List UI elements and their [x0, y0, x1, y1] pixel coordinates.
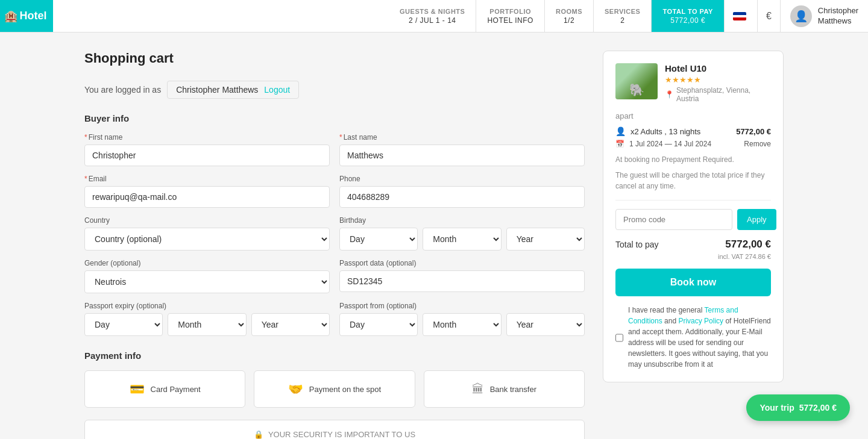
- birthday-group: Birthday Day Month Year: [339, 216, 585, 251]
- promo-row: Apply: [615, 209, 771, 230]
- page-title: Shopping cart: [84, 51, 585, 66]
- card-payment-label: Card Payment: [151, 385, 201, 394]
- your-trip-label: Your trip: [760, 403, 794, 413]
- email-group: *Email: [84, 175, 330, 208]
- left-panel: Shopping cart You are logged in as Chris…: [84, 51, 585, 439]
- nav-total-to-pay[interactable]: TOTAL TO PAY 5772,00 €: [652, 0, 724, 32]
- passport-data-label: Passport data (optional): [339, 259, 585, 267]
- dates-row: 📅 1 Jul 2024 — 14 Jul 2024 Remove: [615, 140, 771, 148]
- passport-expiry-day-select[interactable]: Day: [84, 313, 163, 336]
- nav-portfolio[interactable]: PORTFOLIO Hotel Info: [476, 0, 545, 32]
- phone-label: Phone: [339, 175, 585, 183]
- payment-option-spot[interactable]: 🤝 Payment on the spot: [254, 370, 415, 408]
- room-type: apart: [615, 111, 771, 120]
- book-now-button[interactable]: Book now: [615, 269, 771, 296]
- hotel-info: Hotel U10 ★★★★★ 📍 Stephansplatz, Vienna,…: [665, 63, 771, 103]
- hotel-location: 📍 Stephansplatz, Vienna, Austria: [665, 86, 771, 103]
- birthday-month-select[interactable]: Month: [423, 228, 501, 251]
- location-pin-icon: 📍: [665, 90, 674, 99]
- last-name-group: *Last name: [339, 133, 585, 166]
- passport-data-input[interactable]: [339, 270, 585, 292]
- birthday-row: Day Month Year: [339, 228, 585, 251]
- privacy-policy-link[interactable]: Privacy Policy: [678, 317, 723, 325]
- country-label: Country: [84, 216, 330, 225]
- apply-button[interactable]: Apply: [737, 209, 776, 230]
- logo[interactable]: 🏨 Hotel: [0, 0, 53, 32]
- right-panel: 🐘 Hotel U10 ★★★★★ 📍 Stephansplatz, Vienn…: [603, 51, 784, 382]
- terms-checkbox[interactable]: [615, 306, 623, 370]
- passport-from-group: Passport from (optional) Day Month Year: [339, 302, 585, 336]
- passport-from-day-select[interactable]: Day: [339, 313, 418, 336]
- passport-expiry-label: Passport expiry (optional): [84, 302, 330, 310]
- logout-link[interactable]: Logout: [264, 85, 290, 95]
- booking-card: 🐘 Hotel U10 ★★★★★ 📍 Stephansplatz, Vienn…: [603, 51, 784, 382]
- card-payment-icon: 💳: [130, 382, 145, 396]
- email-input[interactable]: [84, 186, 330, 208]
- passport-data-group: Passport data (optional): [339, 259, 585, 293]
- total-amount: 5772,00 €: [725, 238, 771, 251]
- passport-dates-row: Passport expiry (optional) Day Month Yea…: [84, 302, 585, 336]
- name-row: *First name *Last name: [84, 133, 585, 166]
- passport-from-month-select[interactable]: Month: [423, 313, 501, 336]
- payment-section: Payment info 💳 Card Payment 🤝 Payment on…: [84, 350, 585, 408]
- last-name-input[interactable]: [339, 145, 585, 166]
- your-trip-amount: 5772,00 €: [799, 403, 837, 413]
- nav-guests-nights[interactable]: GUESTS & NIGHTS 2 / Jul 1 - 14: [389, 0, 476, 32]
- passport-expiry-group: Passport expiry (optional) Day Month Yea…: [84, 302, 330, 336]
- gender-group: Gender (optional) Neutrois: [84, 259, 330, 293]
- passport-expiry-year-select[interactable]: Year: [251, 313, 330, 336]
- nav-rooms[interactable]: ROOMS 1/2: [545, 0, 594, 32]
- total-label: Total to pay: [615, 240, 659, 249]
- country-select[interactable]: Country (optional): [84, 228, 330, 251]
- guests-icon: 👤: [615, 126, 626, 136]
- total-row: Total to pay 5772,00 €: [615, 238, 771, 251]
- country-birthday-row: Country Country (optional) Birthday Day …: [84, 216, 585, 251]
- terms-text: I have read the general Terms and Condit…: [628, 305, 771, 370]
- calendar-icon: 📅: [615, 140, 624, 148]
- passport-expiry-month-select[interactable]: Month: [168, 313, 246, 336]
- payment-option-bank[interactable]: 🏛 Bank transfer: [424, 370, 585, 408]
- buyer-info-title: Buyer info: [84, 113, 585, 123]
- phone-input[interactable]: [339, 186, 585, 208]
- remove-link[interactable]: Remove: [744, 140, 771, 148]
- first-name-input[interactable]: [84, 145, 330, 166]
- currency-selector[interactable]: €: [758, 0, 781, 32]
- gender-label: Gender (optional): [84, 259, 330, 267]
- email-phone-row: *Email Phone: [84, 175, 585, 208]
- nav-services[interactable]: SERVICES 2: [594, 0, 652, 32]
- main-content: Shopping cart You are logged in as Chris…: [72, 33, 796, 439]
- policy2: The guest will be charged the total pric…: [615, 170, 771, 191]
- gender-passport-row: Gender (optional) Neutrois Passport data…: [84, 259, 585, 293]
- bank-payment-label: Bank transfer: [490, 385, 536, 394]
- flag-icon: [733, 12, 746, 20]
- logged-in-bar: You are logged in as Christopher Matthew…: [84, 81, 585, 99]
- policy1: At booking no Prepayment Required.: [615, 154, 771, 165]
- birthday-label: Birthday: [339, 216, 585, 225]
- vat-text: incl. VAT 274.86 €: [615, 253, 771, 260]
- passport-expiry-selects: Day Month Year: [84, 313, 330, 336]
- first-name-group: *First name: [84, 133, 330, 166]
- your-trip-button[interactable]: Your trip 5772,00 €: [746, 394, 850, 421]
- hotel-header: 🐘 Hotel U10 ★★★★★ 📍 Stephansplatz, Vienn…: [615, 63, 771, 103]
- hotel-image: 🐘: [629, 83, 644, 97]
- promo-code-input[interactable]: [615, 209, 732, 230]
- birthday-day-select[interactable]: Day: [339, 228, 418, 251]
- passport-from-label: Passport from (optional): [339, 302, 585, 310]
- payment-options: 💳 Card Payment 🤝 Payment on the spot 🏛 B…: [84, 370, 585, 408]
- email-label: *Email: [84, 175, 330, 183]
- birthday-year-select[interactable]: Year: [506, 228, 585, 251]
- security-icon: 🔒: [254, 430, 263, 439]
- payment-info-title: Payment info: [84, 350, 585, 361]
- logged-in-box: Christopher Matthews Logout: [167, 81, 299, 99]
- avatar: 👤: [790, 5, 812, 27]
- passport-from-year-select[interactable]: Year: [506, 313, 585, 336]
- payment-option-card[interactable]: 💳 Card Payment: [84, 370, 245, 408]
- user-menu[interactable]: 👤 Christopher Matthews: [781, 0, 868, 32]
- language-selector[interactable]: [725, 0, 758, 32]
- gender-select[interactable]: Neutrois: [84, 270, 330, 293]
- security-label: YOUR SECURITY IS IMPORTANT TO US: [268, 430, 415, 439]
- header-nav: GUESTS & NIGHTS 2 / Jul 1 - 14 PORTFOLIO…: [53, 0, 868, 32]
- last-name-label: *Last name: [339, 133, 585, 142]
- spot-payment-label: Payment on the spot: [309, 385, 381, 394]
- first-name-label: *First name: [84, 133, 330, 142]
